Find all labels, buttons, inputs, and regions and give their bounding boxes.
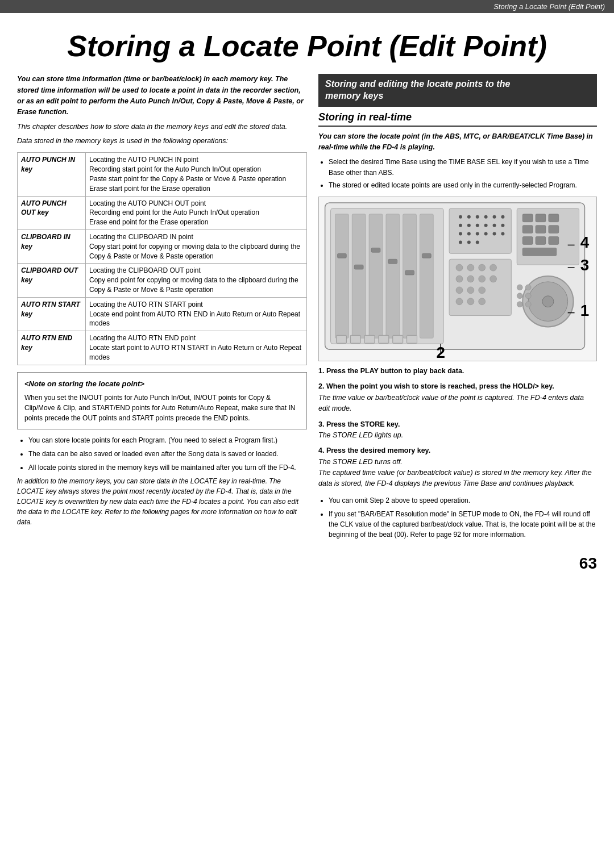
left-bullets-list: You can store locate points for each Pro… xyxy=(17,435,307,473)
step-4: 4. Press the desired memory key. The STO… xyxy=(318,445,597,490)
svg-point-37 xyxy=(456,264,463,271)
right-bullets-list: Select the desired Time Base using the T… xyxy=(318,157,597,191)
svg-point-20 xyxy=(501,215,504,219)
svg-point-25 xyxy=(493,224,496,227)
realtime-title: Storing in real-time xyxy=(318,111,597,127)
svg-text:1: 1 xyxy=(580,302,589,319)
svg-rect-72 xyxy=(350,335,360,343)
svg-point-38 xyxy=(467,264,474,271)
steps-section: 1. Press the PLAY button to play back da… xyxy=(318,366,597,490)
svg-point-44 xyxy=(490,276,497,282)
desc-cell: Locating the AUTO PUNCH IN pointRecordin… xyxy=(86,153,307,196)
left-column: You can store time information (time or … xyxy=(17,74,307,543)
svg-point-19 xyxy=(493,215,496,219)
desc-cell: Locating the AUTO RTN START pointLocate … xyxy=(86,297,307,331)
step-1: 1. Press the PLAY button to play back da… xyxy=(318,366,597,377)
table-row: CLIPBOARD IN key Locating the CLIPBOARD … xyxy=(18,230,307,264)
intro-para3: Data stored in the memory keys is used i… xyxy=(17,136,307,147)
svg-point-50 xyxy=(479,298,486,305)
svg-point-27 xyxy=(459,232,462,236)
desc-cell: Locating the CLIPBOARD OUT pointCopy end… xyxy=(86,264,307,297)
svg-rect-70 xyxy=(522,248,557,256)
svg-rect-14 xyxy=(449,208,511,253)
svg-point-17 xyxy=(476,215,479,219)
svg-point-39 xyxy=(479,264,486,271)
svg-rect-9 xyxy=(354,265,363,269)
svg-text:4: 4 xyxy=(580,233,590,251)
device-diagram: 4 3 1 2 xyxy=(318,197,597,361)
desc-cell: Locating the CLIPBOARD IN pointCopy star… xyxy=(86,230,307,264)
svg-point-59 xyxy=(517,302,522,307)
list-item: You can store locate points for each Pro… xyxy=(28,435,307,445)
svg-point-32 xyxy=(501,232,504,236)
svg-point-41 xyxy=(456,276,463,282)
svg-point-30 xyxy=(484,232,488,236)
desc-cell: Locating the AUTO RTN END pointLocate st… xyxy=(86,331,307,365)
svg-point-26 xyxy=(501,224,504,227)
intro-para2: This chapter describes how to store data… xyxy=(17,122,307,132)
note-box: <Note on storing the locate point> When … xyxy=(17,372,307,430)
svg-point-40 xyxy=(490,264,497,271)
svg-rect-5 xyxy=(386,214,400,338)
page-title: Storing a Locate Point (Edit Point) xyxy=(0,13,614,68)
svg-rect-7 xyxy=(420,214,433,338)
key-cell: CLIPBOARD OUT key xyxy=(18,264,86,297)
key-cell: AUTO RTN END key xyxy=(18,331,86,365)
svg-point-60 xyxy=(525,302,531,307)
note-text: When you set the IN/OUT points for Auto … xyxy=(24,393,300,423)
svg-point-15 xyxy=(459,215,462,219)
svg-point-48 xyxy=(456,298,463,305)
svg-rect-65 xyxy=(536,226,546,233)
svg-rect-63 xyxy=(549,214,559,222)
svg-rect-13 xyxy=(422,253,431,258)
svg-point-45 xyxy=(456,287,463,294)
svg-rect-64 xyxy=(522,226,533,233)
table-row: AUTO PUNCH IN key Locating the AUTO PUNC… xyxy=(18,153,307,196)
svg-point-28 xyxy=(467,232,471,236)
operations-table: AUTO PUNCH IN key Locating the AUTO PUNC… xyxy=(17,152,307,365)
svg-point-43 xyxy=(479,276,486,282)
svg-rect-4 xyxy=(369,214,383,338)
svg-rect-61 xyxy=(522,214,533,222)
svg-rect-73 xyxy=(364,335,375,343)
intro-para1: You can store time information (time or … xyxy=(17,74,307,118)
svg-rect-67 xyxy=(522,237,533,245)
table-row: CLIPBOARD OUT key Locating the CLIPBOARD… xyxy=(18,264,307,297)
step-2: 2. When the point you wish to store is r… xyxy=(318,381,597,414)
svg-point-22 xyxy=(467,224,471,227)
bottom-bullets-list: You can omit Step 2 above to speed opera… xyxy=(318,495,597,540)
svg-rect-3 xyxy=(352,214,366,338)
svg-point-35 xyxy=(476,241,479,244)
svg-rect-11 xyxy=(388,259,397,264)
svg-point-23 xyxy=(476,224,479,227)
header-title: Storing a Locate Point (Edit Point) xyxy=(493,2,605,11)
svg-rect-71 xyxy=(336,335,346,343)
content-area: You can store time information (time or … xyxy=(0,68,614,549)
device-svg: 4 3 1 2 xyxy=(319,197,596,361)
list-item: Select the desired Time Base using the T… xyxy=(329,157,597,178)
page-number: 63 xyxy=(0,549,614,578)
table-row: AUTO RTN END key Locating the AUTO RTN E… xyxy=(18,331,307,365)
svg-rect-66 xyxy=(549,226,559,233)
svg-point-42 xyxy=(467,276,474,282)
table-row: AUTO RTN START key Locating the AUTO RTN… xyxy=(18,297,307,331)
svg-point-29 xyxy=(476,232,479,236)
key-cell: AUTO PUNCH OUT key xyxy=(18,196,86,229)
svg-rect-76 xyxy=(407,335,417,343)
svg-rect-8 xyxy=(337,253,346,258)
svg-point-21 xyxy=(459,224,462,227)
intro-block: You can store time information (time or … xyxy=(17,74,307,147)
svg-point-47 xyxy=(479,287,486,294)
svg-point-16 xyxy=(467,215,471,219)
realtime-intro: You can store the locate point (in the A… xyxy=(318,131,597,153)
svg-point-33 xyxy=(459,241,462,244)
svg-point-55 xyxy=(517,285,522,290)
table-row: AUTO PUNCH OUT key Locating the AUTO PUN… xyxy=(18,196,307,229)
section-header-line2: memory keys xyxy=(325,91,383,101)
note-title: <Note on storing the locate point> xyxy=(24,378,300,390)
indent-text: In addition to the memory keys, you can … xyxy=(17,476,307,527)
list-item: All locate points stored in the memory k… xyxy=(28,462,307,473)
list-item: You can omit Step 2 above to speed opera… xyxy=(329,495,597,506)
svg-point-54 xyxy=(542,296,554,307)
svg-point-46 xyxy=(467,287,474,294)
